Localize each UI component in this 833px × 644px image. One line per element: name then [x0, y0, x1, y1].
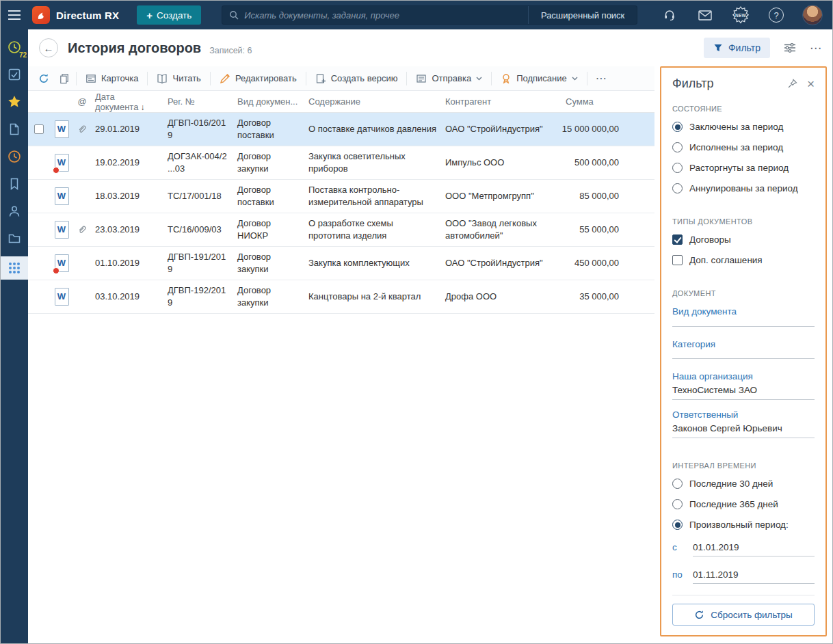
- create-button[interactable]: + Создать: [137, 5, 201, 25]
- card-button[interactable]: Карточка: [78, 70, 146, 88]
- organization-value[interactable]: ТехноСистемы ЗАО: [672, 381, 815, 400]
- back-button[interactable]: ←: [39, 38, 58, 57]
- doc-kind-link[interactable]: Вид документа: [672, 306, 815, 317]
- pin-icon[interactable]: [787, 79, 797, 89]
- send-button[interactable]: Отправка: [408, 70, 490, 88]
- doc-type-option[interactable]: Договоры: [672, 234, 815, 245]
- view-settings-icon[interactable]: [784, 43, 796, 53]
- category-link[interactable]: Категория: [672, 339, 815, 349]
- app-logo-icon: [32, 6, 50, 24]
- filter-button[interactable]: Фильтр: [704, 38, 770, 58]
- paperclip-icon: [73, 222, 91, 238]
- table-row[interactable]: W 18.03.2019 ТС/17/001/18 Договор постав…: [28, 180, 654, 213]
- category-input[interactable]: [672, 355, 815, 360]
- responsible-value[interactable]: Законов Сергей Юрьевич: [672, 420, 815, 438]
- user-avatar[interactable]: [802, 5, 823, 25]
- radio-icon[interactable]: [672, 122, 683, 132]
- menu-icon[interactable]: [1, 1, 28, 29]
- sidebar-item-history[interactable]: [1, 147, 28, 166]
- edit-button[interactable]: Редактировать: [212, 70, 304, 88]
- records-count: Записей: 6: [209, 46, 252, 55]
- doc-type-option[interactable]: Доп. соглашения: [672, 255, 815, 265]
- table-row[interactable]: W 23.03.2019 ТС/16/009/03 Договор НИОКР …: [28, 213, 654, 247]
- radio-icon[interactable]: [672, 183, 683, 193]
- toolbar-separator: [587, 72, 587, 85]
- toolbar-more-icon[interactable]: ⋯: [589, 72, 613, 85]
- state-option[interactable]: Расторгнуты за период: [672, 163, 815, 173]
- col-type[interactable]: Вид докумен...: [233, 96, 304, 107]
- table-row[interactable]: W 03.10.2019 ДГВП-192/2019 Договор закуп…: [28, 280, 654, 314]
- advanced-search-link[interactable]: Расширенный поиск: [528, 6, 637, 24]
- table-row[interactable]: W 19.02.2019 ДОГЗАК-004/2...03 Договор з…: [28, 146, 654, 180]
- checkbox-icon[interactable]: [672, 234, 683, 245]
- sidebar-item-favorites[interactable]: [1, 92, 28, 111]
- cell-reg: ТС/16/009/03: [163, 220, 233, 239]
- state-option[interactable]: Исполнены за период: [672, 142, 815, 152]
- whats-new-icon[interactable]: NEW: [731, 5, 750, 25]
- period-from-label: с: [672, 542, 685, 552]
- col-attachment[interactable]: @: [73, 96, 91, 107]
- cell-sum: 500 000,00: [557, 153, 623, 172]
- filter-panel: Фильтр × СОСТОЯНИЕ Заключены за период И…: [660, 66, 827, 636]
- sidebar-item-contacts[interactable]: [1, 202, 28, 221]
- header-more-icon[interactable]: ⋯: [810, 41, 821, 55]
- cell-type: Договор поставки: [233, 180, 304, 211]
- radio-icon[interactable]: [672, 163, 683, 173]
- doc-kind-input[interactable]: [672, 322, 815, 327]
- col-content[interactable]: Содержание: [304, 96, 441, 107]
- table-header: @ Дата документа↓ Рег. № Вид докумен... …: [28, 91, 654, 113]
- read-button[interactable]: Читать: [149, 70, 208, 88]
- table-row[interactable]: W 01.10.2019 ДГВП-191/2019 Договор закуп…: [28, 247, 654, 280]
- col-date[interactable]: Дата документа↓: [91, 92, 163, 112]
- signing-button[interactable]: Подписание: [493, 70, 585, 88]
- toolbar-separator: [210, 72, 211, 85]
- sidebar-item-tasks[interactable]: [1, 65, 28, 84]
- sidebar-item-folders[interactable]: [1, 229, 28, 248]
- cell-contractor: ООО "Метпромгрупп": [441, 187, 557, 206]
- sidebar-item-bookmarks[interactable]: [1, 174, 28, 193]
- paperclip-icon: [73, 121, 91, 137]
- mail-icon[interactable]: [696, 5, 715, 25]
- cell-date: 18.03.2019: [91, 187, 163, 206]
- checkbox-icon[interactable]: [672, 255, 683, 265]
- radio-icon[interactable]: [672, 520, 683, 530]
- cell-content: О поставке датчиков давления: [304, 120, 441, 139]
- help-icon[interactable]: ?: [767, 5, 786, 25]
- state-option[interactable]: Заключены за период: [672, 122, 815, 132]
- radio-icon[interactable]: [672, 499, 683, 509]
- interval-option[interactable]: Последние 365 дней: [672, 499, 815, 509]
- col-contractor[interactable]: Контрагент: [441, 96, 557, 107]
- search-input[interactable]: [244, 10, 528, 21]
- cell-sum: 450 000,00: [557, 254, 623, 273]
- sidebar-item-apps[interactable]: [1, 256, 28, 280]
- organization-link[interactable]: Наша организация: [672, 371, 815, 381]
- row-checkbox[interactable]: [34, 124, 44, 134]
- period-from-input[interactable]: [693, 540, 815, 556]
- sidebar-item-documents[interactable]: [1, 120, 28, 139]
- copy-icon[interactable]: [54, 70, 75, 88]
- card-button-label: Карточка: [101, 73, 138, 83]
- radio-icon[interactable]: [672, 142, 683, 152]
- col-sum[interactable]: Сумма: [557, 96, 623, 107]
- period-to-input[interactable]: [693, 567, 815, 584]
- word-doc-icon: W: [55, 120, 69, 138]
- cell-sum: 35 000,00: [557, 287, 623, 306]
- word-doc-icon: W: [55, 254, 69, 272]
- cell-reg: ДГВП-191/2019: [163, 247, 233, 278]
- reset-filters-button[interactable]: Сбросить фильтры: [672, 604, 815, 626]
- cell-contractor: ООО "Завод легковых автомобилей": [441, 214, 557, 245]
- cell-sum: 55 000,00: [557, 220, 623, 239]
- refresh-icon[interactable]: [34, 70, 54, 88]
- table-row[interactable]: W 29.01.2019 ДГВП-016/2019 Договор поста…: [28, 113, 654, 146]
- interval-option[interactable]: Произвольный период:: [672, 520, 815, 530]
- create-version-button[interactable]: Создать версию: [308, 70, 406, 88]
- responsible-link[interactable]: Ответственный: [672, 410, 815, 420]
- radio-icon[interactable]: [672, 479, 683, 489]
- support-icon[interactable]: [660, 5, 679, 25]
- col-reg[interactable]: Рег. №: [163, 96, 233, 107]
- interval-section-label: ИНТЕРВАЛ ВРЕМЕНИ: [672, 461, 815, 470]
- state-option[interactable]: Аннулированы за период: [672, 183, 815, 193]
- close-icon[interactable]: ×: [807, 77, 815, 90]
- interval-option[interactable]: Последние 30 дней: [672, 479, 815, 489]
- sidebar-item-recent[interactable]: 72: [1, 38, 28, 57]
